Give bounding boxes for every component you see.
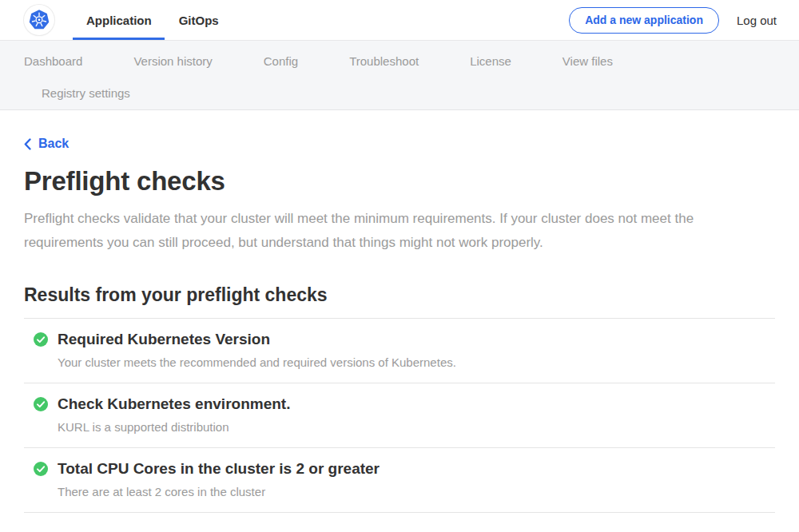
results-heading: Results from your preflight checks: [24, 284, 775, 306]
kubernetes-logo: [24, 5, 54, 35]
subnav-item-config[interactable]: Config: [264, 54, 298, 68]
check-message: Your cluster meets the recommended and r…: [58, 355, 775, 369]
check-pass-icon: [34, 462, 48, 476]
tab-gitops[interactable]: GitOps: [179, 0, 219, 40]
page-title: Preflight checks: [24, 166, 775, 197]
check-title: Required Kubernetes Version: [58, 331, 270, 348]
back-link-label: Back: [38, 137, 69, 151]
subnav-item-troubleshoot[interactable]: Troubleshoot: [349, 54, 419, 68]
chevron-left-icon: [24, 138, 31, 150]
check-item-cpu-cores: Total CPU Cores in the cluster is 2 or g…: [24, 448, 775, 513]
tab-gitops-label: GitOps: [179, 14, 219, 27]
check-message: There are at least 2 cores in the cluste…: [58, 485, 775, 498]
logout-link[interactable]: Log out: [737, 14, 777, 27]
app-subnav: Dashboard Version history Config Trouble…: [0, 41, 799, 110]
check-title-row: Total CPU Cores in the cluster is 2 or g…: [34, 460, 775, 478]
check-title: Total CPU Cores in the cluster is 2 or g…: [58, 460, 380, 478]
check-pass-icon: [34, 332, 48, 347]
tab-application[interactable]: Application: [86, 0, 152, 40]
subnav-item-registry-settings[interactable]: Registry settings: [42, 86, 130, 100]
add-new-application-button[interactable]: Add a new application: [569, 7, 719, 34]
check-title-row: Required Kubernetes Version: [34, 331, 775, 348]
top-navbar: Application GitOps Add a new application…: [0, 0, 799, 41]
subnav-item-version-history[interactable]: Version history: [133, 54, 212, 68]
subnav-item-view-files[interactable]: View files: [562, 54, 613, 68]
check-title: Check Kubernetes environment.: [58, 395, 290, 413]
page-description: Preflight checks validate that your clus…: [24, 207, 759, 255]
subnav-row-1: Dashboard Version history Config Trouble…: [24, 53, 775, 69]
subnav-item-license[interactable]: License: [470, 54, 511, 68]
preflight-check-list: Required Kubernetes Version Your cluster…: [24, 318, 775, 513]
subnav-item-dashboard[interactable]: Dashboard: [24, 54, 82, 68]
kubernetes-logo-icon: [26, 6, 53, 34]
subnav-row-2: Registry settings: [24, 85, 775, 101]
check-message: KURL is a supported distribution: [58, 420, 775, 434]
check-item-kubernetes-environment: Check Kubernetes environment. KURL is a …: [24, 383, 775, 448]
check-pass-icon: [34, 397, 48, 411]
main-content: Back Preflight checks Preflight checks v…: [0, 110, 799, 532]
back-link[interactable]: Back: [24, 137, 69, 151]
tab-application-label: Application: [86, 14, 152, 27]
check-item-kubernetes-version: Required Kubernetes Version Your cluster…: [24, 319, 775, 383]
check-title-row: Check Kubernetes environment.: [34, 395, 775, 413]
primary-tabs: Application GitOps: [86, 0, 246, 40]
